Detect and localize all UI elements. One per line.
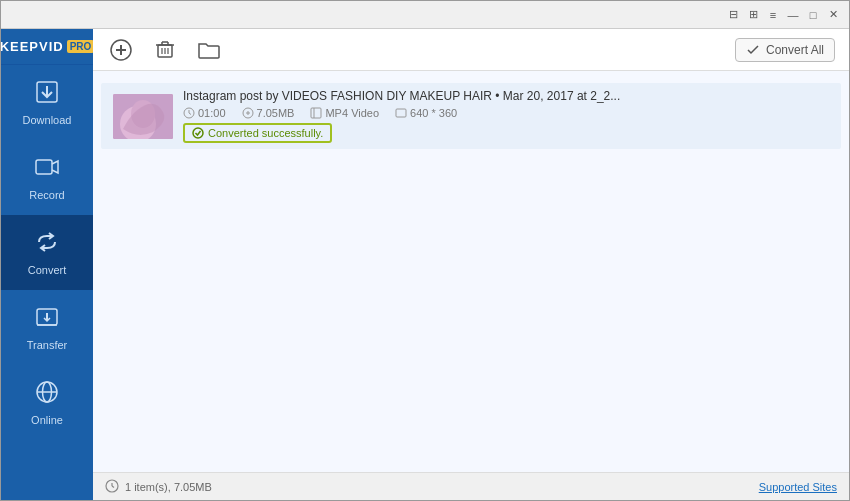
supported-sites-link[interactable]: Supported Sites (759, 481, 837, 493)
size-value: 7.05MB (257, 107, 295, 119)
file-info: Instagram post by VIDEOS FASHION DIY MAK… (183, 89, 829, 143)
file-title: Instagram post by VIDEOS FASHION DIY MAK… (183, 89, 829, 103)
svg-rect-29 (311, 108, 321, 118)
converted-status: Converted successfully. (183, 123, 332, 143)
duration-value: 01:00 (198, 107, 226, 119)
title-bar-controls[interactable]: ⊟ ⊞ ≡ — □ ✕ (725, 7, 841, 23)
status-bar-left: 1 item(s), 7.05MB (105, 479, 212, 495)
folder-button[interactable] (195, 36, 223, 64)
transfer-icon (34, 304, 60, 334)
sidebar-item-download[interactable]: Download (1, 65, 93, 140)
record-icon (34, 154, 60, 184)
download-icon (34, 79, 60, 109)
file-format: MP4 Video (310, 107, 379, 119)
right-panel: Convert All (93, 29, 849, 500)
toolbar-left (107, 36, 223, 64)
title-bar: ⊟ ⊞ ≡ — □ ✕ (1, 1, 849, 29)
maximize-btn[interactable]: □ (805, 7, 821, 23)
status-bar: 1 item(s), 7.05MB Supported Sites (93, 472, 849, 500)
toolbar: Convert All (93, 29, 849, 71)
menu-btn[interactable]: ≡ (765, 7, 781, 23)
close-btn[interactable]: ✕ (825, 7, 841, 23)
sidebar-label-download: Download (23, 114, 72, 126)
minimize-btn[interactable]: — (785, 7, 801, 23)
sidebar: KEEPVID PRO Download (1, 29, 93, 500)
sidebar-label-transfer: Transfer (27, 339, 68, 351)
grid-btn[interactable]: ⊞ (745, 7, 761, 23)
sidebar-item-online[interactable]: Online (1, 365, 93, 440)
sidebar-label-convert: Convert (28, 264, 67, 276)
file-duration: 01:00 (183, 107, 226, 119)
file-item: Instagram post by VIDEOS FASHION DIY MAK… (101, 83, 841, 149)
svg-rect-31 (396, 109, 406, 117)
sidebar-item-convert[interactable]: Convert (1, 215, 93, 290)
sidebar-label-record: Record (29, 189, 64, 201)
sidebar-item-transfer[interactable]: Transfer (1, 290, 93, 365)
convert-all-button[interactable]: Convert All (735, 38, 835, 62)
svg-rect-2 (36, 160, 52, 174)
logo-text: KEEPVID (1, 39, 64, 54)
format-value: MP4 Video (325, 107, 379, 119)
svg-point-32 (193, 128, 203, 138)
file-thumbnail (113, 94, 173, 139)
sidebar-logo: KEEPVID PRO (1, 29, 93, 65)
resolution-value: 640 * 360 (410, 107, 457, 119)
file-size: 7.05MB (242, 107, 295, 119)
add-button[interactable] (107, 36, 135, 64)
file-resolution: 640 * 360 (395, 107, 457, 119)
svg-line-35 (112, 486, 114, 488)
sidebar-item-record[interactable]: Record (1, 140, 93, 215)
clock-icon (105, 479, 119, 495)
item-count: 1 item(s), 7.05MB (125, 481, 212, 493)
convert-icon (34, 229, 60, 259)
svg-line-25 (189, 113, 191, 115)
tile-btn[interactable]: ⊟ (725, 7, 741, 23)
content-area: Instagram post by VIDEOS FASHION DIY MAK… (93, 71, 849, 472)
logo-pro: PRO (67, 40, 95, 53)
online-icon (34, 379, 60, 409)
file-meta: 01:00 7.05MB MP4 Video (183, 107, 829, 119)
delete-button[interactable] (151, 36, 179, 64)
sidebar-label-online: Online (31, 414, 63, 426)
convert-all-label: Convert All (766, 43, 824, 57)
status-text: Converted successfully. (208, 127, 323, 139)
